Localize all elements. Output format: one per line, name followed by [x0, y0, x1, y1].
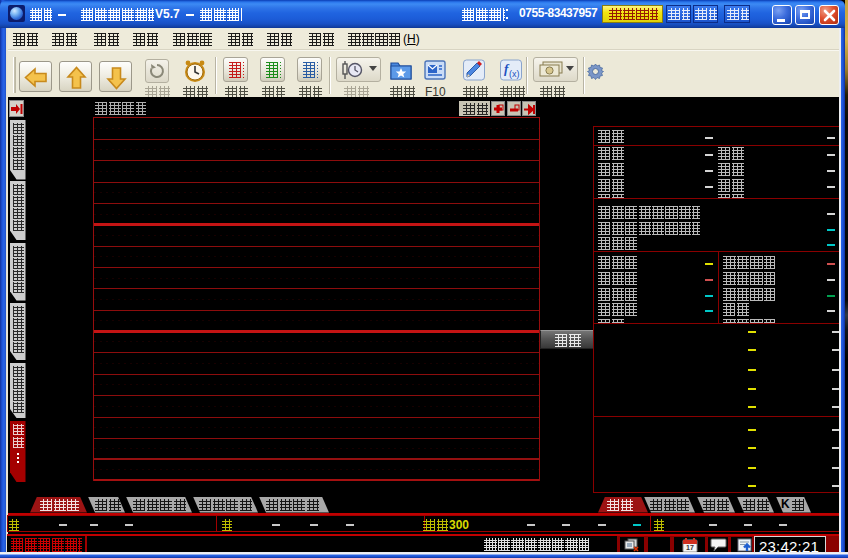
svg-text:(x): (x) [509, 69, 520, 79]
svg-text:17: 17 [686, 544, 694, 551]
